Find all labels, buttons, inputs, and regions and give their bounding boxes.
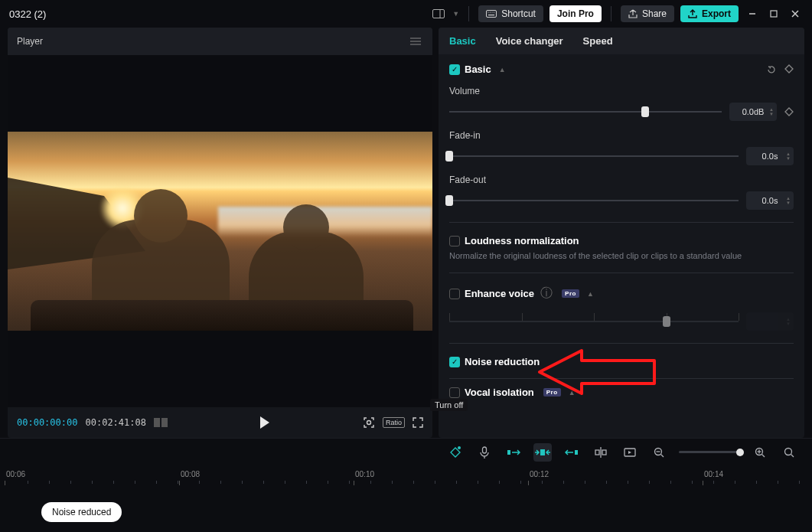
enhance-voice-slider[interactable] — [449, 316, 739, 327]
svg-point-5 — [492, 11, 493, 12]
noise-reduction-label: Noise reduction — [465, 356, 540, 367]
loudness-label: Loudness normalization — [465, 235, 579, 246]
export-button[interactable]: Export — [680, 5, 739, 22]
share-button[interactable]: Share — [621, 5, 674, 22]
zoom-fit-icon[interactable] — [780, 443, 798, 462]
svg-rect-18 — [540, 449, 545, 455]
svg-rect-22 — [602, 450, 606, 455]
volume-keyframe-icon[interactable] — [784, 107, 794, 116]
auto-keyframe-icon[interactable] — [446, 443, 465, 462]
keyboard-icon — [486, 10, 497, 18]
svg-point-31 — [785, 448, 792, 455]
fade-out-control: Fade-out 0.0s▲▼ — [449, 175, 794, 210]
align-icon[interactable] — [592, 443, 610, 462]
timeline-toolbar — [0, 438, 812, 465]
focus-icon[interactable] — [363, 416, 375, 429]
ratio-button[interactable]: Ratio — [383, 417, 405, 428]
svg-point-15 — [367, 421, 370, 425]
magnet-right-icon[interactable] — [563, 443, 581, 462]
toast-notification: Noise reduced — [41, 502, 122, 522]
svg-point-6 — [494, 11, 494, 12]
video-frame — [8, 132, 432, 331]
enhance-voice-checkbox[interactable] — [449, 289, 460, 299]
basic-checkbox[interactable]: ✓ — [449, 64, 460, 75]
noise-reduction-checkbox[interactable]: ✓ — [449, 357, 460, 367]
vocal-isolation-checkbox[interactable] — [449, 387, 460, 398]
properties-panel: Basic Voice changer Speed ✓ Basic ▲ Volu… — [439, 28, 804, 438]
close-icon[interactable] — [788, 6, 803, 21]
player-header: Player — [8, 28, 432, 55]
compare-icon[interactable] — [154, 418, 168, 427]
basic-section-label: Basic — [465, 64, 491, 75]
volume-value[interactable]: 0.0dB▲▼ — [729, 103, 777, 121]
noise-reduction-section: ✓ Noise reduction — [449, 356, 794, 367]
mic-icon[interactable] — [475, 443, 494, 462]
play-button[interactable] — [259, 416, 270, 429]
volume-control: Volume 0.0dB▲▼ — [449, 86, 794, 121]
layout-icon[interactable] — [431, 6, 446, 21]
collapse-icon[interactable]: ▲ — [587, 290, 594, 298]
fade-in-value[interactable]: 0.0s▲▼ — [746, 147, 794, 165]
tab-speed[interactable]: Speed — [583, 35, 613, 47]
collapse-icon[interactable]: ▲ — [569, 389, 576, 397]
top-bar: 0322 (2) ▼ Shortcut Join Pro Share Expor… — [0, 0, 812, 28]
svg-rect-14 — [161, 418, 168, 427]
pro-badge: Pro — [562, 289, 579, 298]
maximize-icon[interactable] — [766, 6, 781, 21]
info-icon[interactable]: ⓘ — [540, 286, 553, 302]
pro-badge: Pro — [543, 388, 561, 397]
player-viewport[interactable] — [8, 55, 432, 407]
duration-timecode: 00:02:41:08 — [85, 417, 145, 428]
svg-rect-0 — [433, 10, 445, 18]
reset-icon[interactable] — [766, 64, 777, 75]
tab-basic[interactable]: Basic — [449, 35, 476, 47]
magnet-center-icon[interactable] — [533, 443, 552, 462]
fade-out-value[interactable]: 0.0s▲▼ — [746, 191, 794, 210]
current-timecode[interactable]: 00:00:00:00 — [17, 417, 77, 428]
tab-voice-changer[interactable]: Voice changer — [496, 35, 563, 47]
fade-out-slider[interactable] — [449, 195, 739, 206]
loudness-checkbox[interactable] — [449, 236, 460, 246]
ruler-tick: 00:06 — [6, 470, 25, 478]
zoom-out-icon[interactable] — [650, 443, 668, 462]
fade-in-slider[interactable] — [449, 151, 739, 162]
fade-in-control: Fade-in 0.0s▲▼ — [449, 130, 794, 165]
svg-line-30 — [762, 454, 765, 457]
ruler-tick: 00:12 — [530, 470, 549, 478]
timeline-ruler[interactable]: 00:06 00:08 00:10 00:12 00:14 — [0, 465, 812, 487]
collapse-icon[interactable]: ▲ — [499, 66, 506, 73]
keyframe-icon[interactable] — [784, 64, 794, 75]
export-icon — [688, 9, 697, 18]
ruler-tick: 00:10 — [355, 470, 374, 478]
svg-line-32 — [791, 454, 794, 457]
fullscreen-icon[interactable] — [413, 417, 423, 428]
zoom-in-icon[interactable] — [751, 443, 769, 462]
fade-out-label: Fade-out — [449, 175, 794, 185]
player-controls: 00:00:00:00 00:02:41:08 Ratio — [8, 407, 432, 438]
join-pro-button[interactable]: Join Pro — [549, 5, 602, 22]
loudness-description: Normalize the original loudness of the s… — [449, 251, 794, 260]
player-panel: Player 00:00:00:00 00:02:41:08 Ratio — [8, 28, 432, 438]
main-area: Player 00:00:00:00 00:02:41:08 Ratio — [0, 28, 812, 438]
ruler-tick: 00:08 — [181, 470, 200, 478]
properties-content: ✓ Basic ▲ Volume 0.0dB▲▼ — [439, 54, 804, 438]
share-icon — [628, 9, 638, 18]
section-basic-header: ✓ Basic ▲ — [449, 64, 794, 75]
shortcut-button[interactable]: Shortcut — [478, 5, 543, 22]
vocal-isolation-section: Vocal isolation Pro ▲ — [449, 387, 794, 398]
enhance-voice-label: Enhance voice — [465, 288, 534, 299]
ruler-tick: 00:14 — [704, 470, 723, 478]
volume-slider[interactable] — [449, 106, 722, 117]
svg-rect-17 — [507, 450, 510, 455]
svg-line-26 — [661, 454, 664, 457]
zoom-slider[interactable] — [679, 451, 740, 453]
tooltip-turn-off: Turn off — [430, 399, 468, 411]
minimize-icon[interactable] — [745, 6, 760, 21]
hamburger-icon[interactable] — [408, 34, 423, 49]
enhance-voice-section: Enhance voice ⓘ Pro ▲ — [449, 286, 794, 331]
preview-icon[interactable] — [621, 443, 639, 462]
magnet-left-icon[interactable] — [504, 443, 523, 462]
enhance-voice-value[interactable]: ▲▼ — [746, 312, 794, 331]
chevron-down-icon[interactable]: ▼ — [452, 10, 459, 18]
tabs-bar: Basic Voice changer Speed — [439, 28, 804, 54]
